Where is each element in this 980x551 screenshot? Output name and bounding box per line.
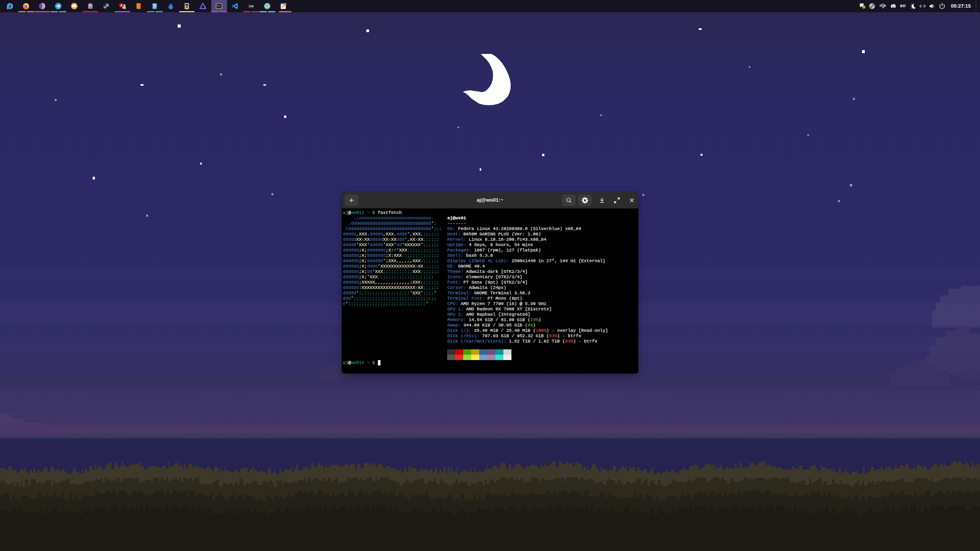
- svg-text:VM: VM: [249, 5, 253, 8]
- svg-text:4: 4: [120, 3, 122, 7]
